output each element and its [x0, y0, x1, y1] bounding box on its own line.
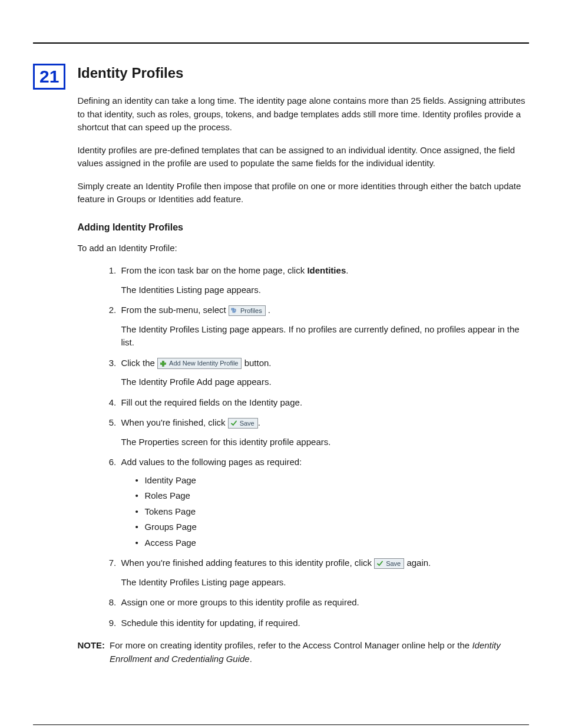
- svg-rect-3: [161, 363, 166, 364]
- step-text: From the icon task bar on the home page,…: [121, 265, 307, 275]
- list-item: Identity Page: [135, 474, 529, 487]
- profiles-icon: [231, 307, 238, 314]
- save-button[interactable]: Save: [374, 558, 404, 569]
- intro-paragraph-2: Identity profiles are pre-defined templa…: [77, 144, 529, 170]
- save-button[interactable]: Save: [228, 418, 258, 429]
- check-icon: [376, 560, 384, 567]
- note-block: NOTE: For more on creating identity prof…: [77, 639, 529, 666]
- step-4: Fill out the required fields on the Iden…: [118, 396, 529, 410]
- footer-area: 87: [33, 724, 529, 728]
- step-text: Add values to the following pages as req…: [121, 457, 302, 467]
- identities-label: Identities: [307, 265, 346, 275]
- step-text-tail: .: [258, 417, 260, 427]
- step-5: When you're finished, click Save . The P…: [118, 416, 529, 449]
- check-icon: [230, 420, 237, 427]
- list-item: Roles Page: [135, 489, 529, 503]
- add-new-identity-profile-button-label: Add New Identity Profile: [169, 359, 238, 367]
- profiles-button-label: Profiles: [240, 307, 262, 315]
- list-item: Access Page: [135, 536, 529, 550]
- step-7: When you're finished adding features to …: [118, 556, 529, 589]
- step-text: Schedule this identity for updating, if …: [121, 618, 300, 628]
- add-new-identity-profile-button[interactable]: Add New Identity Profile: [157, 358, 242, 368]
- step-result: The Identity Profiles Listing page appea…: [121, 576, 529, 589]
- intro-paragraph-3: Simply create an Identity Profile then i…: [77, 180, 529, 206]
- svg-rect-1: [233, 311, 235, 312]
- page-title: Identity Profiles: [77, 62, 529, 84]
- note-text: For more on creating identity profiles, …: [110, 640, 472, 650]
- step-6-sublist: Identity Page Roles Page Tokens Page Gro…: [121, 474, 529, 550]
- step-9: Schedule this identity for updating, if …: [118, 617, 529, 630]
- note-body: For more on creating identity profiles, …: [110, 639, 529, 666]
- step-8: Assign one or more groups to this identi…: [118, 596, 529, 610]
- section-heading: Adding Identity Profiles: [77, 220, 529, 235]
- intro-paragraph-1: Defining an identity can take a long tim…: [77, 94, 529, 134]
- step-text: When you're finished adding features to …: [121, 558, 374, 568]
- step-result: The Identities Listing page appears.: [121, 284, 529, 297]
- step-1: From the icon task bar on the home page,…: [118, 264, 529, 297]
- step-text-tail: .: [268, 305, 270, 315]
- step-2: From the sub-menu, select Profiles . The…: [118, 304, 529, 350]
- svg-rect-0: [232, 308, 234, 310]
- profiles-button[interactable]: Profiles: [229, 305, 266, 316]
- save-button-label: Save: [240, 419, 254, 427]
- chapter-number-box: 21: [33, 64, 65, 90]
- step-6: Add values to the following pages as req…: [118, 456, 529, 549]
- note-text-tail: .: [250, 654, 252, 664]
- step-text-tail: .: [346, 265, 348, 275]
- save-button-label: Save: [386, 559, 401, 568]
- step-text-tail: button.: [244, 358, 272, 368]
- step-text: Click the: [121, 358, 157, 368]
- section-intro: To add an Identity Profile:: [77, 242, 529, 255]
- list-item: Groups Page: [135, 521, 529, 534]
- list-item: Tokens Page: [135, 505, 529, 519]
- content-area: Identity Profiles Defining an identity c…: [77, 62, 529, 666]
- note-label: NOTE:: [77, 639, 105, 666]
- steps-list: From the icon task bar on the home page,…: [77, 264, 529, 630]
- step-text-tail: again.: [406, 558, 431, 568]
- plus-icon: [160, 360, 167, 367]
- step-text: Fill out the required fields on the Iden…: [121, 397, 302, 407]
- step-result: The Identity Profile Add page appears.: [121, 375, 529, 389]
- step-text: Assign one or more groups to this identi…: [121, 597, 359, 607]
- step-text: When you're finished, click: [121, 417, 227, 427]
- step-text: From the sub-menu, select: [121, 305, 229, 315]
- top-horizontal-rule: [33, 42, 529, 44]
- step-result: The Identity Profiles Listing page appea…: [121, 323, 529, 350]
- step-3: Click the Add New Identity Profile butto…: [118, 357, 529, 389]
- step-result: The Properties screen for this identity …: [121, 436, 529, 449]
